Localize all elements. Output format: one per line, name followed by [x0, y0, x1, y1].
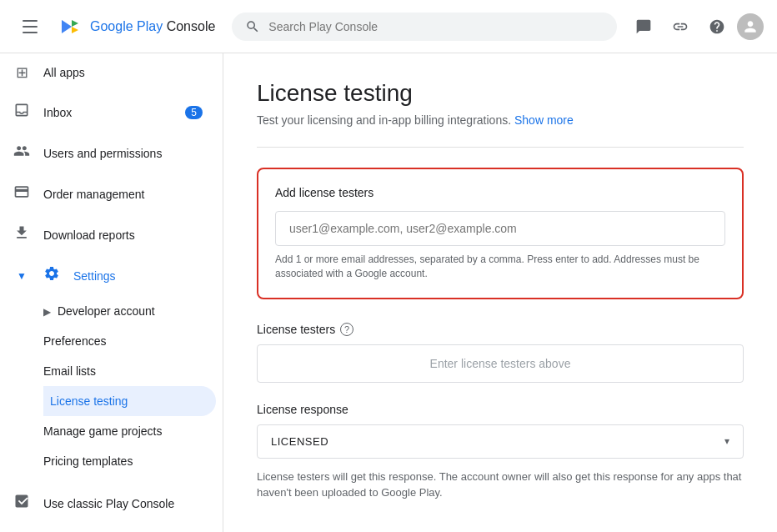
- sidebar-item-users[interactable]: Users and permissions: [0, 133, 216, 173]
- users-icon: [13, 143, 30, 163]
- page-subtitle: Test your licensing and in-app billing i…: [257, 113, 744, 127]
- sidebar-subnav: ▶ Developer account Preferences Email li…: [0, 296, 223, 476]
- license-response-label: License response: [257, 403, 744, 416]
- chevron-icon: ▶: [43, 306, 51, 318]
- sidebar-item-preferences[interactable]: Preferences: [43, 326, 216, 356]
- settings-chevron-icon: ▼: [13, 270, 30, 282]
- search-box[interactable]: [232, 13, 617, 41]
- link-icon: [672, 18, 689, 35]
- testers-empty-placeholder: Enter license testers above: [257, 344, 744, 383]
- sidebar-sub-item-label: Pricing templates: [43, 454, 133, 468]
- select-chevron-icon: ▾: [724, 435, 729, 447]
- classic-icon: [13, 493, 30, 514]
- sidebar-item-use-classic[interactable]: Use classic Play Console: [0, 483, 216, 524]
- settings-icon: [43, 265, 60, 286]
- sidebar-item-settings[interactable]: ▼ Settings: [0, 255, 216, 296]
- sidebar-sub-item-label: Email lists: [43, 364, 96, 378]
- testers-email-input[interactable]: [275, 211, 725, 246]
- search-icon: [245, 19, 260, 34]
- sidebar-item-email-lists[interactable]: Email lists: [43, 356, 216, 386]
- sidebar-sub-item-label: Developer account: [58, 304, 155, 318]
- sidebar-item-label: Download reports: [43, 228, 135, 242]
- sidebar-sub-item-label: Manage game projects: [43, 424, 162, 438]
- topbar-brand-text: Google Play Console: [90, 19, 215, 34]
- download-icon: [13, 224, 30, 245]
- search-container: [232, 13, 617, 41]
- sidebar-item-label: Users and permissions: [43, 147, 162, 160]
- apps-icon: ⊞: [13, 63, 30, 82]
- hamburger-icon: [23, 20, 38, 33]
- comment-icon: [635, 18, 652, 35]
- main-layout: ⊞ All apps Inbox 5 Users and permissions…: [0, 53, 777, 532]
- user-avatar[interactable]: [737, 13, 764, 40]
- license-response-select[interactable]: LICENSED ▾: [257, 424, 744, 459]
- sidebar-item-label: All apps: [43, 66, 85, 79]
- sidebar-item-manage-game-projects[interactable]: Manage game projects: [43, 416, 216, 446]
- inbox-icon: [13, 102, 30, 123]
- sidebar: ⊞ All apps Inbox 5 Users and permissions…: [0, 53, 223, 532]
- sidebar-item-reports[interactable]: Download reports: [0, 214, 216, 255]
- license-response-hint: License testers will get this response. …: [257, 469, 744, 501]
- page-title: License testing: [257, 80, 744, 107]
- link-button[interactable]: [664, 10, 697, 43]
- order-icon: [13, 183, 30, 204]
- license-testers-label: License testers: [257, 323, 335, 336]
- license-response-section: License response LICENSED ▾ License test…: [257, 403, 744, 501]
- divider: [257, 147, 744, 148]
- inbox-badge: 5: [185, 106, 203, 119]
- subtitle-text: Test your licensing and in-app billing i…: [257, 113, 511, 127]
- sidebar-item-all-apps[interactable]: ⊞ All apps: [0, 53, 216, 92]
- testers-input-hint: Add 1 or more email addresses, separated…: [275, 253, 725, 281]
- license-testers-help-button[interactable]: ?: [340, 323, 353, 336]
- play-console-logo-icon: [57, 13, 83, 40]
- license-testers-section: License testers ? Enter license testers …: [257, 323, 744, 383]
- sidebar-item-label: Settings: [73, 269, 116, 283]
- sidebar-item-pricing-templates[interactable]: Pricing templates: [43, 446, 216, 476]
- show-more-link[interactable]: Show more: [514, 113, 574, 127]
- sidebar-sub-item-label: Preferences: [43, 334, 106, 348]
- sidebar-item-inbox[interactable]: Inbox 5: [0, 92, 216, 133]
- notifications-button[interactable]: [627, 10, 660, 43]
- topbar-actions: [627, 10, 764, 43]
- sidebar-item-orders[interactable]: Order management: [0, 173, 216, 214]
- sidebar-item-label: Inbox: [43, 106, 72, 119]
- sidebar-item-license-testing[interactable]: License testing: [43, 386, 216, 416]
- license-response-value: LICENSED: [271, 435, 328, 448]
- help-button[interactable]: [700, 10, 734, 43]
- avatar-icon: [742, 18, 759, 35]
- topbar-logo: Google Play Console: [57, 13, 215, 40]
- sidebar-item-label: Use classic Play Console: [43, 497, 174, 510]
- sidebar-item-developer-account[interactable]: ▶ Developer account: [43, 296, 216, 326]
- menu-button[interactable]: [13, 10, 47, 43]
- topbar: Google Play Console: [0, 0, 777, 53]
- search-input[interactable]: [268, 20, 604, 33]
- sidebar-item-label: Order management: [43, 188, 144, 201]
- sidebar-sub-item-label: License testing: [50, 394, 128, 408]
- main-content: License testing Test your licensing and …: [223, 53, 777, 532]
- add-license-testers-box: Add license testers Add 1 or more email …: [257, 168, 744, 299]
- add-testers-label: Add license testers: [275, 186, 725, 199]
- license-testers-label-row: License testers ?: [257, 323, 744, 336]
- help-icon: [709, 18, 725, 35]
